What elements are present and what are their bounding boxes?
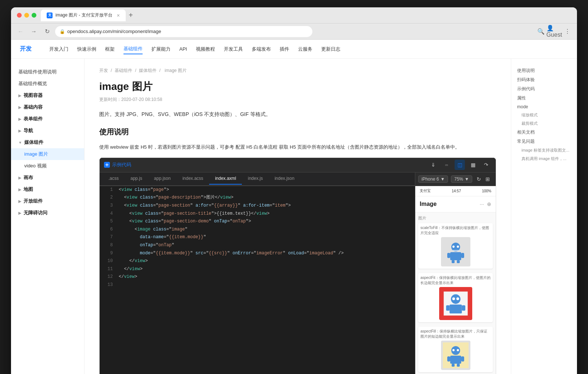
sidebar-item-map[interactable]: ▶ 地图 [11,184,84,195]
phone-image-placeholder-3 [441,341,470,370]
nav-item-1[interactable]: 开发入门 [49,44,68,54]
main-content: 开发 / 基础组件 / 媒体组件 / image 图片 image 图片 更新时… [85,59,511,374]
toc-item-2[interactable]: 扫码体验 [517,75,571,84]
back-button[interactable]: ← [15,26,26,37]
chevron-down-icon: ▼ [440,177,445,182]
sidebar-item-open[interactable]: ▶ 开放组件 [11,195,84,207]
toc-item-8[interactable]: 相关文档 [517,128,571,137]
search-button[interactable]: 🔍 [536,26,546,37]
sidebar-item-view-container[interactable]: ▶ 视图容器 [11,90,84,101]
file-tab-indexjson[interactable]: index.json [269,173,300,185]
copy-button[interactable]: ⎓ [441,160,452,170]
nav-item-9[interactable]: 多端发布 [252,44,271,54]
svg-point-18 [456,297,459,300]
sidebar-item-label: 媒体组件 [24,139,43,146]
zoom-selector[interactable]: 75% ▼ [451,175,472,183]
download-button[interactable]: ⇓ [428,160,438,170]
toc-item-11[interactable]: 真机调用 image 组件，... [517,155,571,163]
arrow-icon: ▶ [18,188,21,192]
sidebar-item-label: 无障碍访问 [24,210,47,216]
url-bar[interactable]: 🔒 opendocs.alipay.com/mini/component/ima… [55,26,312,37]
breadcrumb-link-3[interactable]: 媒体组件 [139,68,157,73]
top-nav: 开发 开发入门 快速示例 框架 基础组件 扩展能力 API 视频教程 开发工具 … [11,40,577,59]
toc-item-1[interactable]: 使用说明 [517,66,571,75]
nav-item-8[interactable]: 开发工具 [224,44,243,54]
svg-rect-23 [461,356,464,362]
sidebar-item-media[interactable]: ▼ 媒体组件 [11,137,84,148]
sidebar-item-guide[interactable]: 基础组件使用说明 [11,66,84,78]
toc-item-7[interactable]: 裁剪模式 [517,119,571,128]
tab-favicon: 支 [47,12,53,18]
svg-rect-15 [446,305,449,311]
sidebar-item-label: 基础组件使用说明 [18,69,57,75]
nav-item-10[interactable]: 插件 [280,44,289,54]
breadcrumb-link-1[interactable]: 开发 [99,68,108,73]
svg-point-8 [452,246,455,248]
sidebar-item-overview[interactable]: 基础组件概览 [11,78,84,90]
toc-item-3[interactable]: 示例代码 [517,84,571,94]
file-tab-indexacss[interactable]: index.acss [176,173,209,185]
nav-item-11[interactable]: 云服务 [298,44,312,54]
toc-item-6[interactable]: 缩放模式 [517,111,571,119]
sidebar-item-label: 画布 [24,174,33,181]
profile-button[interactable]: 👤 Guest [549,26,559,37]
device-selector[interactable]: iPhone 6 ▼ [418,175,448,183]
split-view-button[interactable]: ◫ [455,160,465,170]
nav-item-6[interactable]: API [179,45,187,53]
sidebar-item-basic-content[interactable]: ▶ 基础内容 [11,101,84,113]
active-tab[interactable]: 支 image 图片 - 支付宝开放平台 × [41,10,126,21]
phone-image-label-2: aspectFit：保持纵横比缩放图片，使图片的长边能完全显示出来 [420,275,491,286]
new-tab-button[interactable]: + [129,11,133,19]
svg-point-17 [452,297,455,300]
breadcrumb: 开发 / 基础组件 / 媒体组件 / image 图片 [99,68,496,74]
refresh-button[interactable]: ↻ [42,26,52,37]
phone-image-demo-3: aspectFill：保持纵横比缩放图片，只保证图片的短边能完全显示出来 [418,327,493,372]
forward-button[interactable]: → [29,26,39,37]
sidebar-item-video[interactable]: video 视频 [11,160,84,172]
file-tab-indexaxml[interactable]: index.axml [209,173,242,185]
sidebar-item-form[interactable]: ▶ 表单组件 [11,113,84,125]
breadcrumb-current: image 图片 [165,68,187,73]
nav-item-2[interactable]: 快速示例 [77,44,96,54]
refresh-preview-button[interactable]: ↻ [477,176,481,182]
arrow-icon: ▶ [18,94,21,98]
grid-preview-button[interactable]: ⊞ [485,176,490,182]
sidebar-item-label: 开放组件 [24,198,43,204]
lock-icon: 🔒 [60,29,65,34]
phone-image-label-1: scaleToFill：不保持纵横比缩放图片，使图片完全适应 [420,225,491,236]
close-button[interactable] [17,13,22,18]
sidebar-item-label: 地图 [24,186,33,193]
nav-item-4[interactable]: 基础组件 [123,44,143,54]
browser-window: 支 image 图片 - 支付宝开放平台 × + ← → ↻ 🔒 opendoc… [11,7,577,374]
share-button[interactable]: ↷ [481,160,491,170]
file-tab-indexjs[interactable]: index.js [242,173,269,185]
minimize-button[interactable] [24,13,29,18]
file-tab-appjson[interactable]: app.json [148,173,176,185]
code-line-7: 7 data-name="{{item.mode}}" [100,233,415,242]
sidebar-item-label: 表单组件 [24,116,43,122]
phone-preview: 支付宝 14:57 100% Image ··· ⊕ 图片 [415,186,496,374]
nav-item-3[interactable]: 框架 [105,44,115,54]
toc-item-4[interactable]: 属性 [517,94,571,103]
toc-item-9[interactable]: 常见问题 [517,137,571,146]
svg-rect-10 [453,250,459,251]
grid-button[interactable]: ▦ [468,160,478,170]
maximize-button[interactable] [32,13,36,18]
sidebar-item-nav[interactable]: ▶ 导航 [11,125,84,137]
code-line-6: 6 <image class="image" [100,226,415,234]
svg-rect-3 [450,252,461,260]
url-text: opendocs.alipay.com/mini/component/image [67,29,161,34]
breadcrumb-link-2[interactable]: 基础组件 [115,68,132,73]
nav-item-5[interactable]: 扩展能力 [151,44,171,54]
nav-item-12[interactable]: 更新日志 [321,44,340,54]
toc-item-10[interactable]: image 标签支持读取图文... [517,146,571,155]
file-tab-acss[interactable]: .acss [103,173,125,185]
sidebar-item-accessibility[interactable]: ▶ 无障碍访问 [11,207,84,219]
toc-item-5[interactable]: mode [517,103,571,111]
tab-close-button[interactable]: × [117,12,120,18]
sidebar-item-image[interactable]: image 图片 [11,148,84,160]
nav-item-7[interactable]: 视频教程 [196,44,215,54]
menu-button[interactable]: ⋮ [562,26,573,37]
sidebar-item-canvas[interactable]: ▶ 画布 [11,172,84,184]
file-tab-appjs[interactable]: app.js [125,173,148,185]
